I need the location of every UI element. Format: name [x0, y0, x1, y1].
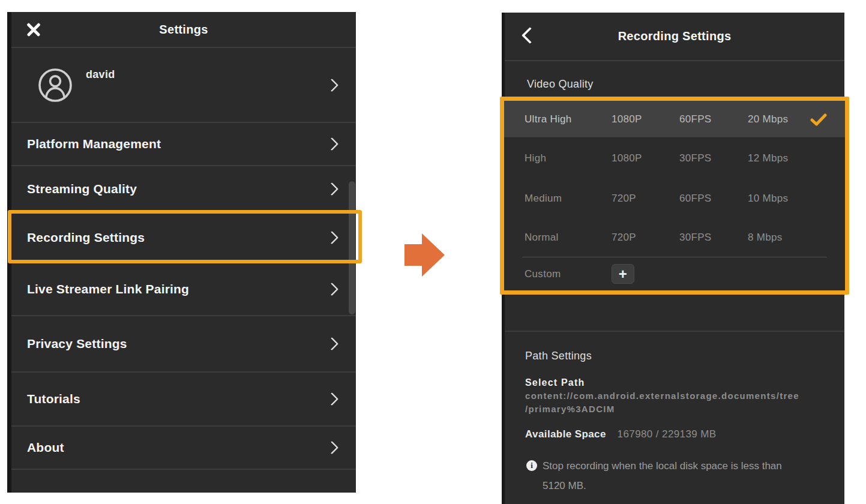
available-space-value: 167980 / 229139 MB	[618, 428, 717, 440]
quality-name: Medium	[525, 193, 612, 205]
recording-settings-header: Recording Settings	[505, 13, 844, 61]
quality-bitrate: 10 Mbps	[748, 193, 810, 205]
recording-settings-title: Recording Settings	[505, 29, 844, 43]
quality-bitrate: 12 Mbps	[748, 152, 810, 164]
disk-space-notice: i Stop recording when the local disk spa…	[525, 456, 826, 496]
menu-item-platform-management[interactable]: Platform Management	[11, 122, 356, 165]
quality-resolution: 1080P	[612, 113, 679, 125]
quality-bitrate: 8 Mbps	[748, 232, 810, 244]
notice-line2: 5120 MB.	[543, 480, 586, 491]
scrollbar-thumb[interactable]	[349, 181, 355, 314]
quality-name: High	[525, 152, 612, 164]
select-path-label: Select Path	[525, 376, 826, 389]
quality-bitrate: 20 Mbps	[748, 113, 810, 125]
notice-text: Stop recording when the local disk space…	[543, 456, 782, 496]
menu-item-about[interactable]: About	[11, 425, 356, 469]
quality-row-custom[interactable]: Custom +	[504, 257, 845, 290]
storage-path-line1: content://com.android.externalstorage.do…	[525, 389, 826, 403]
chevron-right-icon	[325, 441, 339, 455]
menu-item-privacy-settings[interactable]: Privacy Settings	[11, 315, 356, 371]
quality-row-high[interactable]: High 1080P 30FPS 12 Mbps	[504, 138, 845, 179]
quality-fps: 60FPS	[679, 113, 748, 125]
menu-item-label: Streaming Quality	[27, 182, 137, 196]
quality-fps: 30FPS	[679, 232, 748, 244]
quality-resolution: 1080P	[612, 152, 679, 164]
chevron-right-icon	[325, 392, 339, 406]
video-quality-table: Ultra High 1080P 60FPS 20 Mbps High 1080…	[500, 97, 849, 295]
quality-name: Custom	[525, 268, 612, 280]
menu-item-label: Recording Settings	[27, 230, 145, 245]
quality-name: Ultra High	[525, 113, 612, 125]
section-divider	[505, 331, 844, 332]
settings-header: Settings	[11, 12, 356, 47]
available-space-label: Available Space	[525, 428, 606, 440]
path-settings-section: Path Settings Select Path content://com.…	[505, 349, 844, 496]
quality-resolution: 720P	[612, 232, 679, 244]
menu-item-live-streamer-link-pairing[interactable]: Live Streamer Link Pairing	[11, 262, 356, 315]
menu-item-label: Live Streamer Link Pairing	[27, 282, 189, 296]
select-path-setting[interactable]: Select Path content://com.android.extern…	[525, 376, 826, 416]
info-icon: i	[526, 460, 537, 471]
path-settings-section-label: Path Settings	[525, 349, 826, 363]
recording-settings-screen: Recording Settings Video Quality Ultra H…	[502, 13, 844, 504]
video-quality-section-label: Video Quality	[505, 77, 844, 91]
menu-item-label: Platform Management	[27, 137, 161, 151]
chevron-right-icon	[325, 78, 339, 92]
storage-path-line2: /primary%3ADCIM	[525, 403, 826, 416]
user-name: david	[86, 68, 115, 81]
quality-row-ultra-high[interactable]: Ultra High 1080P 60FPS 20 Mbps	[504, 101, 845, 138]
arrow-right-icon	[404, 233, 444, 277]
chevron-right-icon	[325, 137, 339, 151]
arrow-head	[422, 233, 445, 277]
quality-row-medium[interactable]: Medium 720P 60FPS 10 Mbps	[504, 179, 845, 218]
screenshot-canvas: { "left_panel": { "title": "Settings", "…	[0, 0, 866, 504]
quality-resolution: 720P	[612, 193, 679, 205]
available-space-row: Available Space 167980 / 229139 MB	[525, 427, 826, 442]
chevron-right-icon	[325, 182, 339, 196]
settings-title: Settings	[11, 23, 356, 37]
settings-screen: Settings david Platform Management Strea…	[7, 12, 356, 493]
menu-item-label: Tutorials	[27, 392, 80, 406]
quality-row-normal[interactable]: Normal 720P 30FPS 8 Mbps	[504, 218, 845, 257]
panel-footer-spacer	[11, 469, 356, 493]
chevron-right-icon	[325, 337, 339, 351]
quality-name: Normal	[525, 232, 612, 244]
arrow-shaft	[404, 244, 422, 266]
quality-fps: 60FPS	[679, 193, 748, 205]
menu-item-tutorials[interactable]: Tutorials	[11, 371, 356, 425]
account-row[interactable]: david	[11, 47, 356, 122]
user-avatar-icon	[38, 68, 73, 103]
menu-item-label: About	[27, 440, 64, 455]
notice-line1: Stop recording when the local disk space…	[543, 460, 782, 472]
check-icon	[810, 113, 827, 126]
menu-item-recording-settings[interactable]: Recording Settings	[11, 211, 356, 262]
quality-fps: 30FPS	[679, 152, 748, 164]
chevron-right-icon	[325, 283, 339, 296]
menu-item-label: Privacy Settings	[27, 337, 127, 351]
menu-item-streaming-quality[interactable]: Streaming Quality	[11, 165, 356, 211]
chevron-right-icon	[325, 230, 339, 244]
add-custom-quality-button[interactable]: +	[612, 264, 634, 284]
